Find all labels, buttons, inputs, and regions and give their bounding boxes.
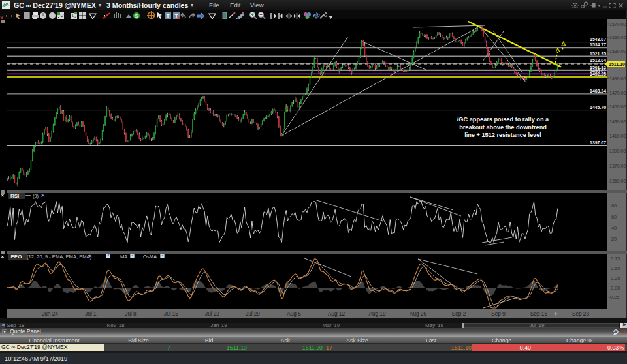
svg-text:/GC appears poised to rally on: /GC appears poised to rally on a xyxy=(457,116,549,123)
svg-text:1450.00: 1450.00 xyxy=(609,104,626,109)
svg-text:1370.00: 1370.00 xyxy=(609,164,626,168)
svg-text:-0.25: -0.25 xyxy=(609,294,620,300)
svg-text:1350.00: 1350.00 xyxy=(609,179,626,183)
svg-text:1534.77: 1534.77 xyxy=(590,42,606,47)
svg-text:0.50: 0.50 xyxy=(611,265,620,271)
svg-text:0.25: 0.25 xyxy=(611,275,620,281)
svg-text:line + 1512 resistance level: line + 1512 resistance level xyxy=(464,132,541,138)
svg-text:60: 60 xyxy=(611,214,617,220)
svg-text:1390.00: 1390.00 xyxy=(609,149,626,153)
svg-text:1490.00: 1490.00 xyxy=(609,76,626,81)
svg-text:1570.00: 1570.00 xyxy=(609,22,626,27)
svg-text:20: 20 xyxy=(611,236,617,242)
svg-text:1470.00: 1470.00 xyxy=(609,91,626,95)
svg-text:1543.07: 1543.07 xyxy=(590,37,606,42)
svg-text:1445.70: 1445.70 xyxy=(590,105,606,110)
svg-text:80: 80 xyxy=(611,203,617,209)
svg-text:0.75: 0.75 xyxy=(611,256,620,262)
svg-text:1521.95: 1521.95 xyxy=(590,52,606,56)
svg-text:1492.25: 1492.25 xyxy=(590,72,606,76)
svg-text:0.00: 0.00 xyxy=(611,285,620,291)
svg-text:1430.00: 1430.00 xyxy=(609,119,626,124)
svg-text:1530.00: 1530.00 xyxy=(609,49,626,53)
svg-text:1410.00: 1410.00 xyxy=(609,134,626,138)
svg-text:1512.04: 1512.04 xyxy=(590,58,606,63)
svg-text:1550.00: 1550.00 xyxy=(609,35,626,40)
svg-text:1511.10: 1511.10 xyxy=(609,62,625,67)
svg-text:breakout above the downtrend: breakout above the downtrend xyxy=(459,124,547,130)
svg-text:40: 40 xyxy=(611,225,617,231)
svg-text:1397.07: 1397.07 xyxy=(590,140,606,145)
svg-text:1468.24: 1468.24 xyxy=(590,89,606,93)
